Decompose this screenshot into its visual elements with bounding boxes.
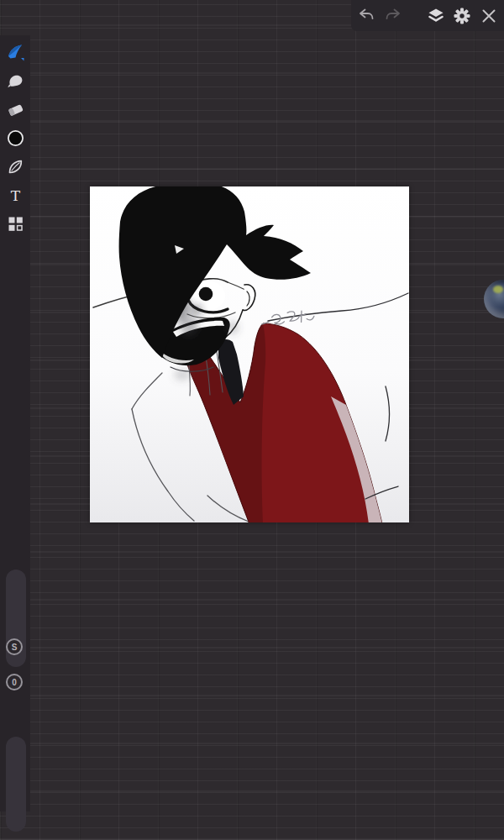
undo-button[interactable] <box>356 5 376 27</box>
size-slider-label: S <box>12 643 18 652</box>
sphere-highlight <box>493 286 503 293</box>
size-slider-button[interactable]: S <box>6 638 23 655</box>
color-sphere-puck[interactable] <box>484 280 504 318</box>
color-puck-icon <box>6 129 25 148</box>
layers-button[interactable] <box>426 5 446 27</box>
canvas-artwork <box>90 186 409 522</box>
drawing-canvas[interactable] <box>90 186 409 522</box>
text-tool-label: T <box>10 186 20 203</box>
app-window: T S 0 <box>0 0 504 840</box>
redo-icon <box>383 6 403 26</box>
grid-icon <box>6 214 25 234</box>
tool-brush[interactable] <box>5 43 25 61</box>
settings-button[interactable] <box>452 5 472 27</box>
leaf-lasso-icon <box>6 157 25 176</box>
close-icon <box>479 6 499 26</box>
tool-sidebar: T <box>0 35 30 811</box>
layers-icon <box>426 6 446 26</box>
toolbar-spacer <box>409 15 420 16</box>
text-tool-icon: T <box>6 186 25 205</box>
smudge-icon <box>6 71 25 91</box>
brush-icon <box>6 43 25 62</box>
tool-list: T <box>0 35 30 233</box>
eraser-icon <box>6 100 25 119</box>
tool-text[interactable]: T <box>5 186 25 204</box>
tool-color-puck[interactable] <box>5 129 25 147</box>
eye-pupil <box>199 287 213 302</box>
undo-icon <box>356 6 376 26</box>
top-toolbar <box>351 0 504 31</box>
tool-symmetry-grid[interactable] <box>5 214 25 233</box>
opacity-slider-button[interactable]: 0 <box>6 674 23 690</box>
tool-eraser[interactable] <box>5 100 25 118</box>
tool-smudge[interactable] <box>5 71 25 90</box>
tool-lasso-leaf[interactable] <box>5 157 25 176</box>
opacity-slider-label: 0 <box>12 678 17 687</box>
opacity-slider[interactable] <box>6 737 26 832</box>
close-button[interactable] <box>479 5 499 27</box>
redo-button[interactable] <box>382 5 402 27</box>
gear-icon <box>452 6 472 26</box>
